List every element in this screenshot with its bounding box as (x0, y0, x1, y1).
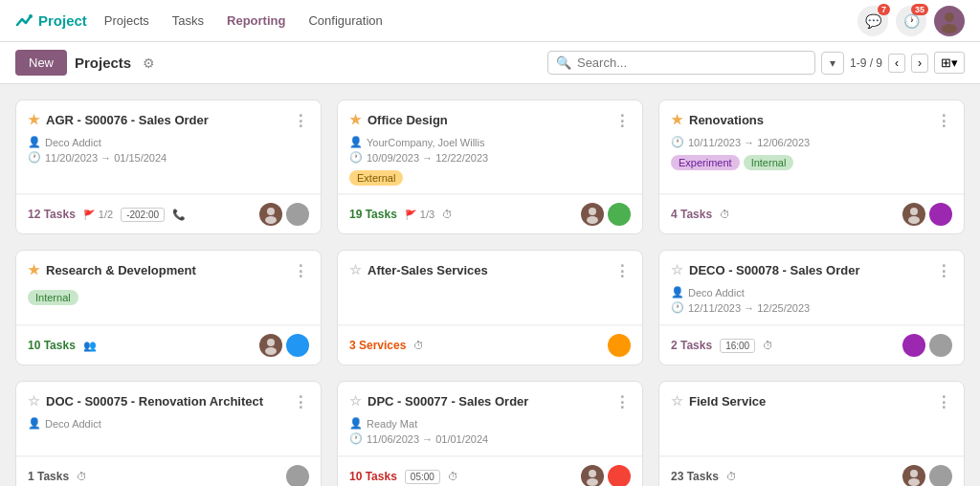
card-footer: 2 Tasks16:00⏱ (659, 325, 964, 364)
card-footer: 10 Tasks05:00⏱ (338, 456, 642, 486)
card-title[interactable]: ★ Renovations (671, 112, 936, 127)
time-badge: 16:00 (720, 339, 755, 353)
star-filled-icon[interactable]: ★ (671, 112, 683, 127)
star-empty-icon[interactable]: ☆ (349, 393, 362, 409)
card-menu-button[interactable]: ⋮ (614, 112, 631, 130)
footer-right (581, 465, 631, 486)
nav-item-configuration[interactable]: Configuration (299, 10, 391, 32)
task-count[interactable]: 3 Services (349, 339, 406, 352)
pagination-text: 1-9 / 9 (850, 56, 882, 70)
task-count[interactable]: 10 Tasks (28, 339, 76, 352)
card-header: ☆ DOC - S00075 - Renovation Architect ⋮ … (16, 382, 321, 456)
star-filled-icon[interactable]: ★ (28, 112, 40, 127)
toolbar: New Projects ⚙ 🔍 ▾ 1-9 / 9 ‹ › ⊞▾ (0, 42, 980, 84)
tasks-ratio: 🚩 1/2 (83, 209, 113, 220)
card-title[interactable]: ☆ DPC - S00077 - Sales Order (349, 393, 614, 409)
card-title[interactable]: ☆ DOC - S00075 - Renovation Architect (28, 393, 293, 409)
svg-point-8 (908, 216, 920, 224)
task-count[interactable]: 12 Tasks (28, 208, 76, 221)
task-count[interactable]: 10 Tasks (349, 470, 397, 483)
user-avatar[interactable] (934, 6, 965, 36)
nav-item-tasks[interactable]: Tasks (163, 10, 213, 32)
card-menu-button[interactable]: ⋮ (293, 112, 309, 130)
top-nav: Project Projects Tasks Reporting Configu… (0, 0, 980, 42)
card-header: ☆ After-Sales Services ⋮ (338, 251, 642, 325)
next-page-button[interactable]: › (911, 54, 928, 73)
card-client: 👤 YourCompany, Joel Willis (349, 136, 631, 148)
card-menu-button[interactable]: ⋮ (936, 112, 952, 130)
card-title-text: Office Design (368, 113, 448, 127)
avatar-1 (286, 334, 309, 357)
footer-left: 23 Tasks⏱ (671, 470, 737, 483)
card-title[interactable]: ☆ Field Service (671, 393, 936, 409)
phone-icon: 📞 (172, 209, 186, 221)
project-card-agr: ★ AGR - S00076 - Sales Order ⋮ 👤 Deco Ad… (15, 99, 322, 234)
card-title-text: AGR - S00076 - Sales Order (46, 113, 209, 127)
tag-external: External (349, 170, 403, 186)
star-empty-icon[interactable]: ☆ (28, 393, 40, 409)
card-title-text: DECO - S00078 - Sales Order (689, 263, 859, 277)
project-card-research: ★ Research & Development ⋮ Internal 10 T… (15, 250, 322, 365)
card-footer: 10 Tasks👥 (16, 325, 321, 364)
card-header: ★ Renovations ⋮ 🕐 10/11/2023 → 12/06/202… (659, 100, 964, 194)
footer-left: 10 Tasks05:00⏱ (349, 470, 458, 484)
avatar-0 (902, 203, 925, 226)
search-dropdown-button[interactable]: ▾ (821, 52, 844, 75)
footer-left: 4 Tasks⏱ (671, 208, 730, 221)
card-menu-button[interactable]: ⋮ (614, 262, 631, 280)
svg-point-7 (910, 208, 918, 215)
nav-item-reporting[interactable]: Reporting (217, 10, 295, 32)
card-title-row: ☆ DECO - S00078 - Sales Order ⋮ (671, 262, 952, 280)
avatar-1 (929, 203, 952, 226)
messages-button[interactable]: 💬 7 (858, 6, 888, 36)
svg-point-4 (265, 216, 277, 224)
footer-right (902, 203, 952, 226)
card-title[interactable]: ★ Research & Development (28, 262, 293, 277)
task-count[interactable]: 2 Tasks (671, 339, 712, 352)
search-input[interactable] (577, 55, 807, 70)
prev-page-button[interactable]: ‹ (888, 54, 905, 73)
footer-right (286, 465, 309, 486)
card-menu-button[interactable]: ⋮ (293, 262, 309, 280)
svg-point-10 (265, 347, 277, 355)
task-count[interactable]: 19 Tasks (349, 208, 397, 221)
card-client: 👤 Deco Addict (28, 136, 309, 148)
card-footer: 12 Tasks🚩 1/2-202:00📞 (16, 194, 321, 233)
card-title-row: ☆ After-Sales Services ⋮ (349, 262, 631, 280)
search-icon: 🔍 (556, 55, 571, 70)
card-menu-button[interactable]: ⋮ (614, 393, 631, 411)
avatar-1 (929, 334, 952, 357)
card-title[interactable]: ★ AGR - S00076 - Sales Order (28, 112, 293, 127)
star-filled-icon[interactable]: ★ (28, 262, 40, 277)
star-empty-icon[interactable]: ☆ (349, 262, 362, 277)
avatar-0 (608, 334, 631, 357)
card-footer: 3 Services⏱ (338, 325, 642, 364)
new-button[interactable]: New (15, 50, 67, 76)
project-card-deco: ☆ DECO - S00078 - Sales Order ⋮ 👤 Deco A… (658, 250, 965, 365)
svg-point-1 (945, 12, 954, 22)
card-menu-button[interactable]: ⋮ (293, 393, 309, 411)
avatar-1 (608, 465, 631, 486)
project-card-office: ★ Office Design ⋮ 👤 YourCompany, Joel Wi… (337, 99, 643, 234)
activity-badge: 35 (911, 4, 928, 15)
task-count[interactable]: 4 Tasks (671, 208, 712, 221)
nav-item-projects[interactable]: Projects (95, 10, 159, 32)
nav-logo[interactable]: Project (15, 11, 87, 31)
star-filled-icon[interactable]: ★ (349, 112, 362, 127)
card-client: 👤 Deco Addict (28, 417, 309, 430)
star-empty-icon[interactable]: ☆ (671, 393, 683, 409)
task-count[interactable]: 1 Tasks (28, 470, 69, 483)
view-toggle-button[interactable]: ⊞▾ (934, 52, 965, 74)
card-title[interactable]: ☆ DECO - S00078 - Sales Order (671, 262, 936, 277)
card-title[interactable]: ☆ After-Sales Services (349, 262, 614, 277)
search-box: 🔍 (547, 51, 815, 75)
task-count[interactable]: 23 Tasks (671, 470, 719, 483)
card-title[interactable]: ★ Office Design (349, 112, 614, 127)
card-header: ★ AGR - S00076 - Sales Order ⋮ 👤 Deco Ad… (16, 100, 321, 194)
card-menu-button[interactable]: ⋮ (936, 262, 952, 280)
activity-button[interactable]: 🕐 35 (896, 6, 926, 36)
card-menu-button[interactable]: ⋮ (936, 393, 952, 411)
star-empty-icon[interactable]: ☆ (671, 262, 683, 277)
settings-icon[interactable]: ⚙ (143, 55, 155, 71)
tag-experiment: Experiment (671, 155, 740, 170)
